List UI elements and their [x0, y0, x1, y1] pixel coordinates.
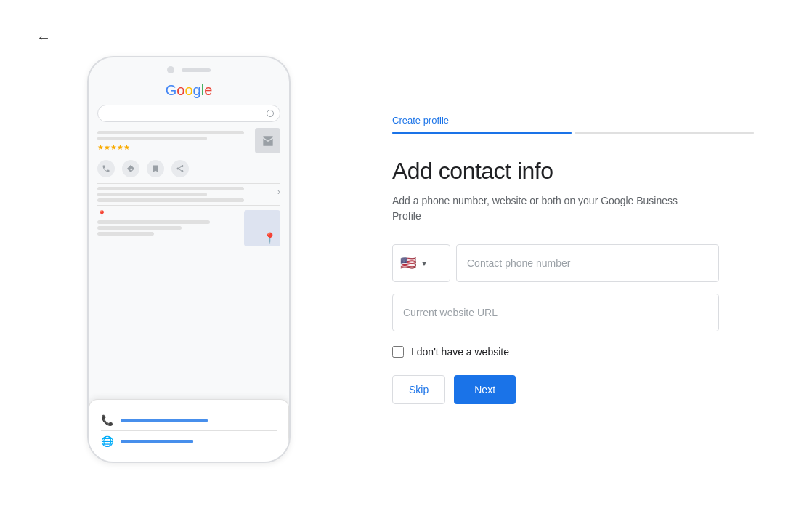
flag-emoji: 🇺🇸	[400, 257, 416, 270]
phone-screen: Google ★★★★★	[89, 82, 289, 246]
right-panel: Create profile Add contact info Add a ph…	[349, 15, 783, 504]
map-pin-icon: 📍	[264, 232, 276, 244]
action-icons-row	[97, 160, 280, 177]
next-button[interactable]: Next	[454, 375, 516, 404]
progress-segment-1	[392, 132, 572, 134]
page-title: Add contact info	[392, 158, 754, 185]
no-website-checkbox[interactable]	[392, 346, 404, 358]
phone-camera	[167, 66, 174, 73]
chevron-right-icon: ›	[277, 187, 280, 197]
chevron-down-icon: ▼	[421, 260, 428, 267]
mock-line	[97, 193, 207, 196]
divider	[97, 205, 280, 206]
map-text: 📍	[97, 210, 238, 238]
google-logo: Google	[97, 82, 280, 99]
mock-line	[97, 187, 244, 190]
stars-row: ★★★★★	[97, 143, 255, 151]
buttons-row: Skip Next	[392, 375, 754, 404]
direction-action-icon	[122, 160, 139, 177]
step-label: Create profile	[392, 115, 754, 126]
bookmark-action-icon	[147, 160, 164, 177]
bottom-card: 📞 🌐	[89, 399, 289, 462]
progress-track	[392, 132, 754, 134]
page-description: Add a phone number, website or both on y…	[392, 193, 697, 224]
search-icon	[267, 110, 274, 117]
mock-line	[97, 198, 244, 202]
no-website-checkbox-row: I don't have a website	[392, 346, 719, 358]
skip-button[interactable]: Skip	[392, 375, 445, 404]
phone-mockup: Google ★★★★★	[87, 56, 291, 463]
map-thumbnail: 📍	[244, 210, 280, 246]
back-button[interactable]: ←	[36, 29, 51, 46]
left-panel: ← Google	[29, 15, 349, 504]
mock-line	[97, 220, 210, 224]
mock-line	[97, 137, 207, 140]
mock-line	[97, 131, 244, 134]
mock-line	[97, 232, 154, 236]
store-icon	[255, 128, 280, 153]
progress-segment-2	[575, 132, 754, 134]
web-line-indicator	[121, 440, 193, 443]
stars-icon: ★★★★★	[97, 143, 130, 151]
phone-action-icon	[97, 160, 115, 177]
share-action-icon	[171, 160, 189, 177]
phone-icon: 📞	[101, 414, 113, 426]
form-section: 🇺🇸 ▼ I don't have a website	[392, 244, 719, 358]
country-selector[interactable]: 🇺🇸 ▼	[392, 244, 450, 282]
progress-section: Create profile	[392, 115, 754, 134]
mock-line	[97, 226, 182, 230]
bottom-card-web-row: 🌐	[101, 430, 277, 451]
phone-line-indicator	[121, 419, 208, 422]
globe-icon: 🌐	[101, 435, 113, 447]
phone-speaker	[182, 68, 211, 72]
phone-input-row: 🇺🇸 ▼	[392, 244, 719, 282]
divider	[97, 183, 280, 184]
bottom-card-phone-row: 📞	[101, 410, 277, 430]
map-section: 📍 📍	[97, 210, 280, 246]
url-input[interactable]	[392, 294, 719, 331]
no-website-label[interactable]: I don't have a website	[411, 346, 509, 358]
page-container: ← Google	[0, 0, 812, 519]
mock-content: ›	[97, 187, 280, 202]
search-bar-mock	[97, 105, 280, 122]
phone-input[interactable]	[456, 244, 719, 282]
phone-top-bar	[89, 57, 289, 79]
